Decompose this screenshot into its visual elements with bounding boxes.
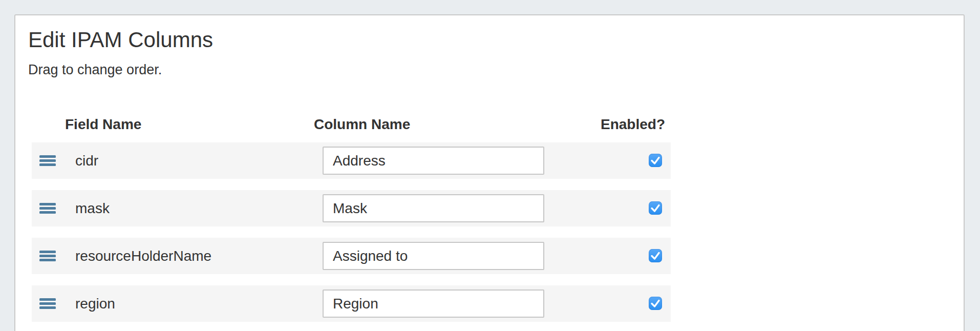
enabled-checkbox[interactable] <box>649 297 662 310</box>
field-name-label: cidr <box>75 153 98 169</box>
column-row-resource-holder: resourceHolderName <box>32 238 671 274</box>
column-name-input[interactable] <box>323 242 544 270</box>
field-name-label: resourceHolderName <box>75 248 211 264</box>
column-rows-list: cidr mask re <box>32 142 671 331</box>
column-row-mask: mask <box>32 190 671 226</box>
drag-handle-icon[interactable] <box>39 155 56 166</box>
drag-hint-text: Drag to change order. <box>28 62 162 78</box>
field-name-header: Field Name <box>65 116 141 133</box>
enabled-checkbox[interactable] <box>649 154 662 167</box>
check-icon <box>649 297 662 310</box>
drag-handle-icon[interactable] <box>39 298 56 309</box>
enabled-header: Enabled? <box>601 116 665 133</box>
check-icon <box>649 249 662 262</box>
field-name-label: region <box>75 296 115 312</box>
column-row-cidr: cidr <box>32 142 671 179</box>
page-title: Edit IPAM Columns <box>28 28 213 52</box>
enabled-checkbox[interactable] <box>649 249 662 262</box>
edit-ipam-columns-panel: Edit IPAM Columns Drag to change order. … <box>14 14 965 331</box>
column-name-input[interactable] <box>323 194 544 222</box>
column-row-region: region <box>32 285 671 322</box>
column-name-input[interactable] <box>323 147 544 175</box>
check-icon <box>649 201 662 215</box>
drag-handle-icon[interactable] <box>39 251 56 261</box>
column-name-header: Column Name <box>314 116 410 133</box>
field-name-label: mask <box>75 200 110 217</box>
drag-handle-icon[interactable] <box>39 203 56 214</box>
column-name-input[interactable] <box>323 289 544 318</box>
check-icon <box>649 154 662 167</box>
enabled-checkbox[interactable] <box>649 201 662 215</box>
